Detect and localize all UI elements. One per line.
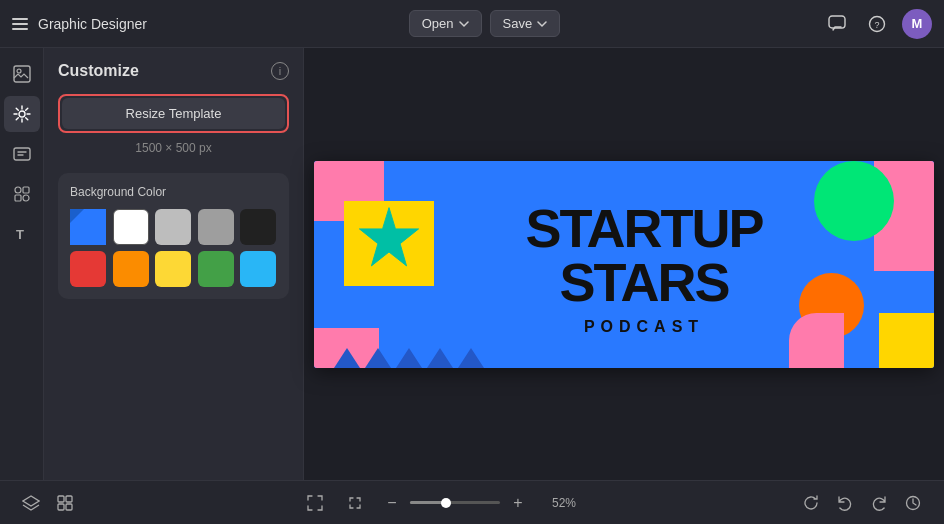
canvas-preview: STARTUP STARS PODCAST	[314, 161, 934, 368]
svg-rect-9	[15, 195, 21, 201]
main: T Customize i Resize Template 1500 × 500…	[0, 48, 944, 480]
svg-point-5	[19, 111, 25, 117]
color-swatch-sky-blue[interactable]	[240, 251, 276, 287]
triangles-row	[334, 348, 484, 368]
bottom-toolbar: − + 52%	[0, 480, 944, 524]
avatar[interactable]: M	[902, 9, 932, 39]
svg-text:T: T	[16, 227, 24, 242]
color-swatch-red[interactable]	[70, 251, 106, 287]
color-swatch-orange[interactable]	[113, 251, 149, 287]
banner-title: STARTUP STARS	[474, 201, 814, 309]
color-swatch-black[interactable]	[240, 209, 276, 245]
green-circle	[814, 161, 894, 241]
color-swatch-blue[interactable]	[70, 209, 106, 245]
bg-color-section: Background Color	[58, 173, 289, 299]
svg-rect-18	[66, 504, 72, 510]
bg-color-label: Background Color	[70, 185, 277, 199]
toolbar-center: − + 52%	[300, 488, 576, 518]
hamburger-icon[interactable]	[12, 18, 28, 30]
sidebar-panel: Customize i Resize Template 1500 × 500 p…	[44, 48, 304, 480]
svg-marker-14	[359, 207, 418, 265]
topbar-right: ? M	[822, 9, 932, 39]
zoom-fit-icon[interactable]	[340, 488, 370, 518]
rail-icon-text[interactable]	[4, 136, 40, 172]
layers-icon[interactable]	[16, 488, 46, 518]
svg-rect-16	[66, 496, 72, 502]
help-icon[interactable]: ?	[862, 9, 892, 39]
save-button[interactable]: Save	[490, 10, 561, 37]
rail-icon-image[interactable]	[4, 56, 40, 92]
canvas-container: STARTUP STARS PODCAST	[314, 161, 934, 368]
topbar: Graphic Designer Open Save ? M	[0, 0, 944, 48]
history-icon[interactable]	[898, 488, 928, 518]
svg-rect-8	[23, 187, 29, 193]
triangle-5	[458, 348, 484, 368]
svg-rect-0	[829, 16, 845, 28]
open-button[interactable]: Open	[409, 10, 482, 37]
zoom-plus-button[interactable]: +	[506, 491, 530, 515]
yellow-bottom-right	[879, 313, 934, 368]
canvas-area: STARTUP STARS PODCAST	[304, 48, 944, 480]
svg-rect-3	[14, 66, 30, 82]
topbar-left: Graphic Designer	[12, 16, 147, 32]
redo-icon[interactable]	[864, 488, 894, 518]
zoom-minus-button[interactable]: −	[380, 491, 404, 515]
toolbar-right	[796, 488, 928, 518]
refresh-icon[interactable]	[796, 488, 826, 518]
sidebar-title: Customize	[58, 62, 139, 80]
svg-rect-17	[58, 504, 64, 510]
resize-btn-wrapper: Resize Template	[58, 94, 289, 133]
svg-point-4	[17, 69, 21, 73]
color-swatch-green[interactable]	[198, 251, 234, 287]
rail-icon-customize[interactable]	[4, 96, 40, 132]
icon-rail: T	[0, 48, 44, 480]
banner-subtitle: PODCAST	[474, 318, 814, 336]
color-swatch-yellow[interactable]	[155, 251, 191, 287]
toolbar-left	[16, 488, 80, 518]
triangle-4	[427, 348, 453, 368]
zoom-track[interactable]	[410, 501, 500, 504]
color-swatch-light-gray[interactable]	[155, 209, 191, 245]
chat-icon[interactable]	[822, 9, 852, 39]
resize-template-button[interactable]: Resize Template	[62, 98, 285, 129]
rail-icon-elements[interactable]	[4, 176, 40, 212]
triangle-3	[396, 348, 422, 368]
topbar-center: Open Save	[409, 10, 560, 37]
color-grid	[70, 209, 277, 287]
sidebar-header: Customize i	[58, 62, 289, 80]
svg-text:?: ?	[874, 20, 879, 30]
fullscreen-icon[interactable]	[300, 488, 330, 518]
color-swatch-white[interactable]	[113, 209, 149, 245]
rail-icon-font[interactable]: T	[4, 216, 40, 252]
zoom-slider: − +	[380, 491, 530, 515]
svg-point-7	[15, 187, 21, 193]
info-icon[interactable]: i	[271, 62, 289, 80]
dimensions-text: 1500 × 500 px	[58, 141, 289, 155]
undo-icon[interactable]	[830, 488, 860, 518]
color-swatch-gray[interactable]	[198, 209, 234, 245]
grid-icon[interactable]	[50, 488, 80, 518]
app-title: Graphic Designer	[38, 16, 147, 32]
star-shape	[352, 203, 426, 277]
banner: STARTUP STARS PODCAST	[314, 161, 934, 368]
svg-point-10	[23, 195, 29, 201]
triangle-1	[334, 348, 360, 368]
zoom-percent: 52%	[540, 496, 576, 510]
svg-rect-15	[58, 496, 64, 502]
triangle-2	[365, 348, 391, 368]
svg-rect-6	[14, 148, 30, 160]
